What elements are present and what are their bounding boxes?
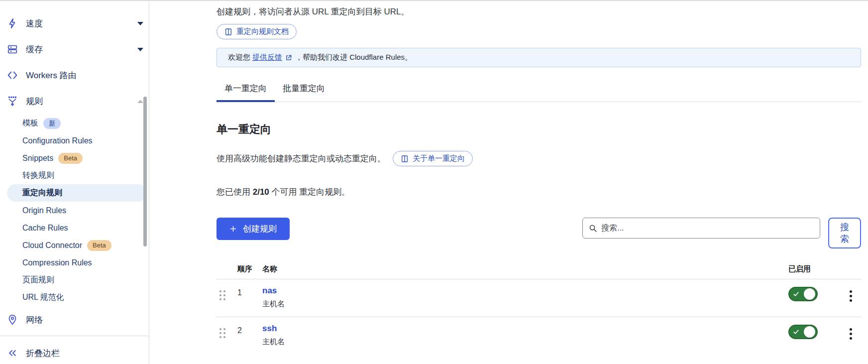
drag-handle-icon[interactable] — [219, 290, 225, 300]
toggle-knob — [804, 326, 815, 338]
create-rule-label: 创建规则 — [243, 223, 277, 235]
app-window: 速度 缓存 Workers 路由 规则 模板 新 — [0, 0, 868, 364]
sidebar-item-label: Cache Rules — [22, 224, 68, 233]
sidebar-item-transform-rules[interactable]: 转换规则 — [7, 167, 147, 184]
table-row: 2 ssh 主机名 — [217, 317, 861, 355]
about-single-redirects-button[interactable]: 关于单一重定向 — [393, 151, 473, 166]
sidebar-item-label: Workers 路由 — [26, 70, 144, 81]
sidebar-scrollbar[interactable] — [143, 97, 147, 246]
enabled-column-header: 已启用 — [788, 264, 840, 274]
sidebar-item-workers-routes[interactable]: Workers 路由 — [6, 68, 144, 83]
create-rule-button[interactable]: 创建规则 — [217, 218, 290, 240]
beta-badge: Beta — [58, 153, 83, 164]
sidebar-item-label: Snippets — [22, 154, 53, 163]
sidebar-item-speed[interactable]: 速度 — [6, 16, 144, 31]
kebab-menu-icon[interactable] — [848, 327, 854, 341]
sidebar-item-label: URL 规范化 — [22, 292, 64, 303]
rule-order: 1 — [237, 288, 262, 297]
sidebar-divider — [0, 336, 149, 336]
rule-order: 2 — [237, 326, 262, 335]
search-button[interactable]: 搜索 — [828, 218, 861, 248]
sidebar-item-label: 速度 — [26, 18, 137, 29]
redirect-docs-button[interactable]: 重定向规则文档 — [217, 24, 297, 39]
beta-badge: Beta — [87, 240, 111, 251]
sidebar-item-label: Cloud Connector — [22, 241, 82, 250]
code-icon — [6, 69, 19, 82]
redirect-docs-label: 重定向规则文档 — [236, 27, 289, 36]
pin-icon — [6, 313, 19, 326]
sidebar-item-label: 缓存 — [26, 44, 137, 55]
sidebar-item-origin-rules[interactable]: Origin Rules — [7, 202, 147, 219]
sidebar-item-label: Compression Rules — [22, 258, 92, 267]
usage-suffix: 个可用 重定向规则。 — [269, 187, 350, 197]
sidebar-item-cache-rules[interactable]: Cache Rules — [7, 219, 147, 237]
drag-handle-icon[interactable] — [219, 328, 225, 338]
cache-icon — [6, 43, 19, 56]
check-icon — [793, 291, 799, 297]
rule-name-link[interactable]: ssh — [262, 324, 277, 333]
feedback-banner: 欢迎您 提供反馈 ，帮助我们改进 Cloudflare Rules。 — [217, 48, 861, 67]
sidebar-item-label: 规则 — [26, 96, 137, 107]
plus-icon — [229, 225, 237, 233]
chevron-down-icon[interactable] — [137, 20, 144, 27]
about-single-redirects-label: 关于单一重定向 — [413, 154, 465, 163]
sidebar-item-url-normalization[interactable]: URL 规范化 — [7, 289, 147, 306]
redirect-tabs: 单一重定向 批量重定向 — [217, 83, 861, 102]
lightning-icon — [6, 17, 19, 30]
sidebar-item-label: Origin Rules — [22, 206, 66, 215]
toggle-knob — [804, 288, 815, 300]
rules-table: 顺序 名称 已启用 1 nas 主机名 — [217, 264, 861, 355]
banner-suffix: ，帮助我们改进 Cloudflare Rules。 — [295, 53, 412, 62]
table-row: 1 nas 主机名 — [217, 279, 861, 317]
sidebar: 速度 缓存 Workers 路由 规则 模板 新 — [0, 1, 149, 364]
check-icon — [793, 329, 799, 335]
kebab-menu-icon[interactable] — [848, 289, 854, 303]
sidebar-item-templates[interactable]: 模板 新 — [7, 115, 147, 132]
sidebar-item-configuration-rules[interactable]: Configuration Rules — [7, 132, 147, 149]
new-badge: 新 — [43, 118, 61, 129]
enabled-toggle[interactable] — [788, 325, 818, 339]
feedback-link[interactable]: 提供反馈 — [252, 53, 282, 62]
collapse-icon — [6, 347, 19, 360]
sidebar-item-cloud-connector[interactable]: Cloud Connector Beta — [7, 237, 147, 254]
section-description: 使用高级功能创建静态重定向或动态重定向。 — [217, 153, 386, 164]
chevron-down-icon[interactable] — [137, 46, 144, 53]
usage-count: 2/10 — [253, 187, 269, 197]
sidebar-item-snippets[interactable]: Snippets Beta — [7, 149, 147, 167]
sidebar-item-label: 网络 — [26, 314, 144, 326]
sidebar-item-compression-rules[interactable]: Compression Rules — [7, 254, 147, 271]
tab-bulk-redirects[interactable]: 批量重定向 — [275, 83, 333, 102]
sidebar-item-label: 模板 — [22, 118, 38, 128]
enabled-toggle[interactable] — [788, 287, 818, 301]
tab-single-redirects[interactable]: 单一重定向 — [217, 83, 275, 102]
search-input[interactable] — [601, 224, 814, 233]
sidebar-item-caching[interactable]: 缓存 — [6, 42, 144, 57]
name-column-header: 名称 — [262, 264, 788, 274]
rule-name-link[interactable]: nas — [262, 286, 277, 295]
order-column-header: 顺序 — [237, 264, 262, 274]
main-content: 创建规则，将访问者从源 URL 重定向到目标 URL。 重定向规则文档 欢迎您 … — [149, 1, 868, 364]
collapse-sidebar-label: 折叠边栏 — [26, 348, 60, 359]
page-title: 单一重定向 — [217, 122, 861, 137]
sidebar-item-label: 重定向规则 — [22, 188, 62, 198]
sidebar-item-page-rules[interactable]: 页面规则 — [7, 271, 147, 289]
rule-type: 主机名 — [262, 299, 788, 309]
rule-type: 主机名 — [262, 337, 788, 347]
external-link-icon — [285, 54, 292, 61]
usage-text: 您已使用 2/10 个可用 重定向规则。 — [217, 186, 861, 198]
filter-icon — [6, 95, 19, 108]
intro-text: 创建规则，将访问者从源 URL 重定向到目标 URL。 — [217, 6, 861, 17]
sidebar-item-label: 转换规则 — [22, 170, 54, 181]
chevron-up-icon[interactable] — [137, 98, 144, 105]
search-icon — [589, 224, 597, 233]
sidebar-item-label: 页面规则 — [22, 275, 54, 285]
sidebar-item-label: Configuration Rules — [22, 136, 93, 145]
sidebar-item-network[interactable]: 网络 — [6, 312, 144, 327]
search-field — [582, 218, 820, 239]
sidebar-item-rules[interactable]: 规则 — [6, 94, 144, 109]
banner-prefix: 欢迎您 — [228, 53, 250, 62]
collapse-sidebar-button[interactable]: 折叠边栏 — [6, 347, 60, 360]
sidebar-item-redirect-rules[interactable]: 重定向规则 — [7, 184, 147, 202]
book-icon — [224, 28, 232, 36]
table-header-row: 顺序 名称 已启用 — [217, 264, 861, 279]
